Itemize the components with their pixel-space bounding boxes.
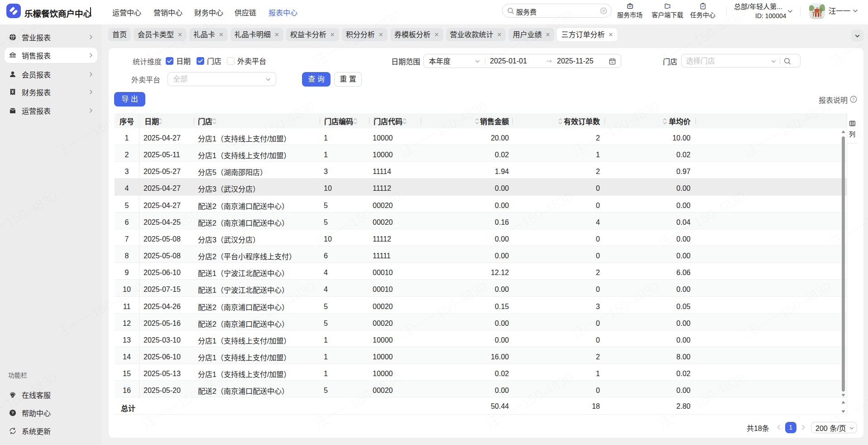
svg-text:?: ?	[852, 97, 854, 102]
svg-text:?: ?	[11, 410, 14, 415]
